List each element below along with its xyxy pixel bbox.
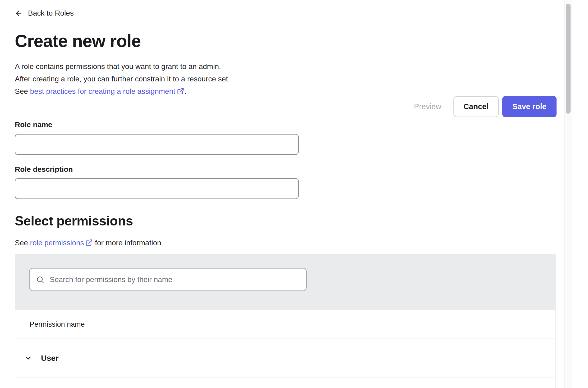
permissions-panel-header bbox=[15, 254, 556, 310]
role-name-label: Role name bbox=[15, 120, 556, 129]
description-line-3-suffix: . bbox=[184, 87, 186, 95]
permission-group-label: User bbox=[41, 354, 59, 363]
permissions-search-box[interactable] bbox=[29, 268, 307, 291]
role-description-label: Role description bbox=[15, 165, 556, 174]
role-name-input[interactable] bbox=[15, 134, 299, 155]
permission-name-column-header: Permission name bbox=[30, 320, 85, 329]
description-line-3: See best practices for creating a role a… bbox=[15, 85, 556, 98]
scrollbar-track[interactable] bbox=[564, 0, 572, 388]
best-practices-link-label: best practices for creating a role assig… bbox=[30, 87, 175, 95]
external-link-icon bbox=[177, 87, 184, 95]
arrow-left-icon bbox=[15, 9, 23, 17]
preview-button[interactable]: Preview bbox=[412, 102, 443, 111]
permission-group-user[interactable]: User bbox=[15, 339, 555, 377]
description-line-2: After creating a role, you can further c… bbox=[15, 73, 556, 85]
action-buttons: Preview Cancel Save role bbox=[412, 96, 557, 117]
permissions-info-prefix: See bbox=[15, 239, 30, 247]
external-link-icon bbox=[85, 239, 93, 246]
permissions-table: Permission name User bbox=[15, 310, 556, 388]
back-link-label: Back to Roles bbox=[28, 9, 74, 17]
cancel-button[interactable]: Cancel bbox=[453, 96, 499, 117]
description-line-1: A role contains permissions that you wan… bbox=[15, 60, 556, 73]
description-line-3-prefix: See bbox=[15, 87, 30, 95]
permissions-info-line: See role permissions for more informatio… bbox=[15, 238, 556, 248]
select-permissions-heading: Select permissions bbox=[15, 213, 556, 229]
permissions-search-input[interactable] bbox=[50, 275, 300, 284]
scrollbar-thumb[interactable] bbox=[566, 4, 571, 114]
search-icon bbox=[36, 275, 44, 284]
role-description-input[interactable] bbox=[15, 178, 299, 199]
role-permissions-link[interactable]: role permissions bbox=[30, 239, 93, 247]
page-description: A role contains permissions that you wan… bbox=[15, 60, 556, 98]
create-role-page: Back to Roles Create new role A role con… bbox=[0, 0, 556, 388]
permissions-info-suffix: for more information bbox=[93, 239, 161, 247]
page-title: Create new role bbox=[15, 31, 556, 51]
permissions-panel: Permission name User bbox=[15, 254, 556, 388]
permissions-table-header-row: Permission name bbox=[15, 310, 555, 339]
back-to-roles-link[interactable]: Back to Roles bbox=[15, 8, 74, 19]
save-role-button[interactable]: Save role bbox=[502, 96, 557, 117]
permissions-table-next-row bbox=[15, 377, 555, 388]
chevron-down-icon bbox=[25, 354, 32, 362]
role-permissions-link-label: role permissions bbox=[30, 239, 84, 247]
best-practices-link[interactable]: best practices for creating a role assig… bbox=[30, 87, 184, 95]
